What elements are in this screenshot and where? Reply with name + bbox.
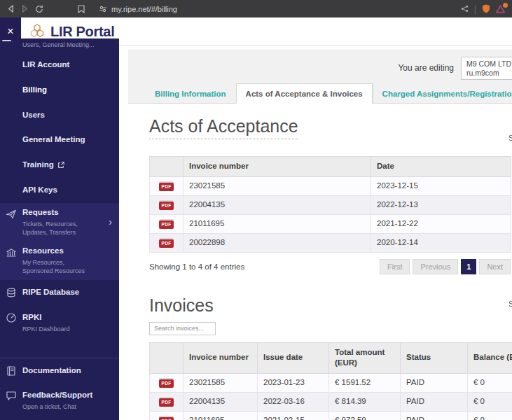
tab-charged-assignments-registrations[interactable]: Charged Assignments/Registrations <box>373 83 512 103</box>
chevron-right-icon[interactable]: › <box>109 216 112 227</box>
alert-badge-icon[interactable] <box>496 5 505 13</box>
table-cell: € 1591.52 <box>329 373 401 392</box>
sidebar-item-subtext: RPKI Dashboard <box>22 325 70 333</box>
sidebar-item-rpki[interactable]: RPKIRPKI Dashboard <box>0 305 119 341</box>
pdf-icon[interactable]: PDF <box>159 239 173 248</box>
table-row: PDF 220041352022-03-16€ 814.39PAID€ 0 <box>150 392 512 411</box>
pdf-icon[interactable]: PDF <box>159 398 173 407</box>
url-bar[interactable]: my.ripe.net/#/billing <box>111 5 177 13</box>
sidebar-item-general-meeting[interactable]: General Meeting <box>0 127 119 153</box>
sidebar-item-training[interactable]: Training <box>0 153 119 178</box>
site-info-icon[interactable] <box>99 5 107 13</box>
menu-icon[interactable] <box>2 40 11 41</box>
send-icon <box>6 209 18 221</box>
external-link-icon <box>57 162 64 169</box>
table-cell: 2021-02-15 <box>258 411 329 420</box>
sidebar-item-resources[interactable]: ResourcesMy Resources, Sponsored Resourc… <box>0 241 119 280</box>
column-header <box>150 157 184 177</box>
sidebar-item-feedback-support[interactable]: Feedback/SupportOpen a ticket, Chat <box>0 383 119 419</box>
table-cell: 23021585 <box>184 373 258 392</box>
tab-acts-of-acceptance-invoices[interactable]: Acts of Acceptance & Invoices <box>236 83 373 104</box>
table-cell: 20022898 <box>184 233 371 252</box>
table-row: PDF 200228982020-12-14 <box>150 233 511 252</box>
column-header <box>150 342 184 373</box>
acts-table: Invoice numberDate PDF 230215852023-12-1… <box>149 156 511 253</box>
acts-search-label-fragment: Search: <box>508 134 512 142</box>
invoices-table: Invoice numberIssue dateTotal amount (EU… <box>149 342 512 420</box>
table-row: PDF 210116952021-12-22 <box>150 214 511 233</box>
previous-page-button[interactable]: Previous <box>413 259 458 274</box>
table-cell: 23021585 <box>184 176 371 195</box>
browser-toolbar: my.ripe.net/#/billing | <box>0 0 512 18</box>
acts-heading: Acts of Acceptance <box>149 116 298 139</box>
table-cell: 2022-03-16 <box>258 392 329 411</box>
org-id: ru.m9com <box>466 69 512 77</box>
sidebar-item-subtext: Open a ticket, Chat <box>22 402 92 411</box>
table-cell: PAID <box>401 411 468 420</box>
column-header-date: Date <box>371 157 511 177</box>
top-band: You are editing M9 COM LTD ru.m9com Bill… <box>128 50 512 104</box>
invoices-heading: Invoices <box>149 295 214 318</box>
showing-entries-text: Showing 1 to 4 of 4 entries <box>149 262 244 271</box>
column-header-status: Status <box>401 342 468 373</box>
tab-billing-information[interactable]: Billing Information <box>145 83 236 103</box>
sidebar-item-requests[interactable]: RequestsTickets, Resources, Updates, Tra… <box>0 203 119 241</box>
sidebar-item-documentation[interactable]: Documentation <box>0 358 119 384</box>
app-title: LIR Portal <box>50 24 114 40</box>
column-header-total-amount-eur: Total amount (EUR) <box>329 342 401 373</box>
toolbar-divider: | <box>474 4 476 14</box>
sidebar-item-api-keys[interactable]: API Keys <box>0 178 119 203</box>
table-cell: 2022-12-13 <box>371 195 511 214</box>
table-cell: € 972.59 <box>329 411 401 420</box>
table-cell: PAID <box>401 373 468 392</box>
pagination: First Previous 1 Next <box>380 259 511 274</box>
sidebar-item-subtext: Tickets, Resources, Updates, Transfers <box>22 220 97 237</box>
table-cell: € 0 <box>468 392 512 411</box>
column-header-balance-eur: Balance (EUR) <box>468 342 512 373</box>
book-icon <box>6 365 18 378</box>
bank-icon <box>6 247 18 260</box>
tab-bar: Billing InformationActs of Acceptance & … <box>128 83 512 104</box>
search-invoices-input[interactable] <box>149 322 216 335</box>
share-icon[interactable] <box>461 5 469 13</box>
next-page-button[interactable]: Next <box>479 259 511 274</box>
table-cell: 21011695 <box>184 214 371 233</box>
table-row: PDF 230215852023-01-23€ 1591.52PAID€ 0 <box>150 373 512 392</box>
table-cell: € 0 <box>468 411 512 420</box>
column-header-issue-date: Issue date <box>258 342 329 373</box>
sidebar-item-billing[interactable]: Billing <box>0 78 119 103</box>
bookmark-icon[interactable] <box>78 5 85 13</box>
table-cell: € 814.39 <box>329 392 401 411</box>
database-icon <box>6 287 18 300</box>
pdf-icon[interactable]: PDF <box>159 202 173 210</box>
sidebar: Users, General Meeting... LIR Account Bi… <box>0 38 119 420</box>
table-cell: 22004135 <box>184 195 371 214</box>
reload-icon[interactable] <box>35 5 43 13</box>
table-cell: 2021-12-22 <box>371 214 511 233</box>
sidebar-item-lir-account[interactable]: LIR Account <box>0 52 119 78</box>
column-header-invoice-number: Invoice number <box>184 342 258 373</box>
table-cell: 2023-12-15 <box>371 176 511 195</box>
table-row: PDF 230215852023-12-15 <box>150 176 511 195</box>
sidebar-item-ripe-database[interactable]: RIPE Database <box>0 280 119 305</box>
pdf-icon[interactable]: PDF <box>159 220 173 229</box>
table-cell: € 0 <box>468 373 512 392</box>
pdf-icon[interactable]: PDF <box>159 379 173 388</box>
first-page-button[interactable]: First <box>380 259 410 274</box>
notification-dot <box>503 3 508 8</box>
pdf-icon[interactable]: PDF <box>159 183 173 191</box>
org-name: M9 COM LTD <box>466 59 512 68</box>
sidebar-item-users[interactable]: Users <box>0 103 119 128</box>
gauge-icon <box>6 312 18 325</box>
sidebar-item-organisation-subtext[interactable]: Users, General Meeting... <box>0 38 119 48</box>
pdf-icon[interactable]: PDF <box>159 417 173 420</box>
billing-panel: Acts of Acceptance Invoice numberDate PD… <box>119 104 512 420</box>
forward-icon[interactable] <box>21 5 29 13</box>
org-selector[interactable]: M9 COM LTD ru.m9com <box>461 57 512 80</box>
main-content: You are editing M9 COM LTD ru.m9com Bill… <box>119 46 512 420</box>
back-icon[interactable] <box>7 5 15 13</box>
table-row: PDF 210116952021-02-15€ 972.59PAID€ 0 <box>150 411 512 420</box>
page-1-button[interactable]: 1 <box>461 259 476 274</box>
shield-icon[interactable] <box>482 4 490 13</box>
table-cell: 22004135 <box>184 392 258 411</box>
